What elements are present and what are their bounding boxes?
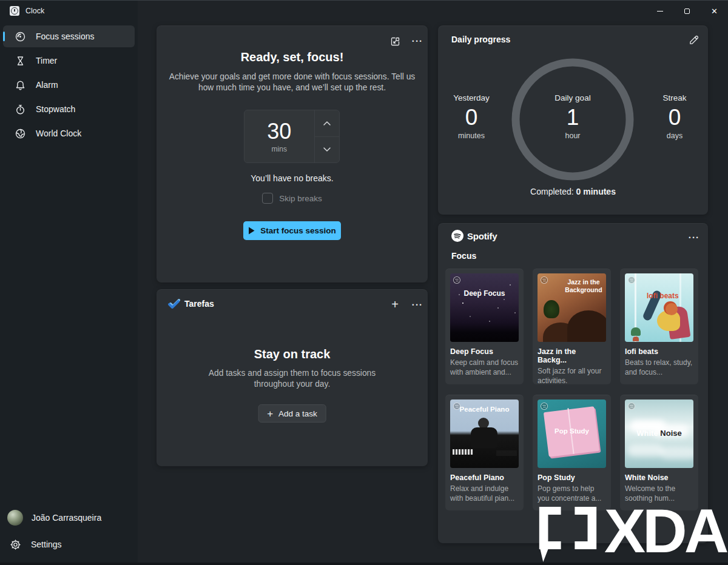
daily-progress-title: Daily progress bbox=[451, 35, 510, 44]
stat-value: 0 bbox=[438, 105, 505, 130]
completed-label: Completed: bbox=[530, 187, 574, 196]
playlist-tile-lofi-beats[interactable]: lofi beats lofi beats Beats to relax, st… bbox=[620, 269, 698, 384]
sidebar-bottom: João Carrasqueira Settings bbox=[3, 506, 135, 565]
completed-summary: Completed: 0 minutes bbox=[438, 187, 708, 196]
stat-label: Daily goal bbox=[536, 93, 609, 102]
alarm-bell-icon bbox=[15, 79, 26, 91]
settings-label: Settings bbox=[31, 540, 62, 549]
spotify-badge-icon bbox=[628, 403, 635, 410]
start-focus-session-button[interactable]: Start focus session bbox=[243, 221, 341, 240]
maximize-icon bbox=[684, 8, 690, 14]
playlist-tile-jazz[interactable]: Jazz in the Background Jazz in the Backg… bbox=[533, 269, 611, 384]
more-options-icon: ••• bbox=[410, 38, 423, 44]
playlist-title: lofi beats bbox=[625, 347, 693, 356]
stat-yesterday: Yesterday 0 minutes bbox=[438, 93, 505, 140]
edit-goal-button[interactable] bbox=[686, 33, 701, 47]
sidebar-item-world-clock[interactable]: World Clock bbox=[3, 122, 135, 144]
add-a-task-label: Add a task bbox=[278, 409, 317, 418]
spotify-logo-icon bbox=[451, 230, 463, 242]
playlist-artwork: Pop Study bbox=[538, 400, 606, 468]
focus-sessions-icon bbox=[15, 31, 26, 42]
gear-icon bbox=[10, 539, 21, 550]
artwork-text-black: Noise bbox=[660, 429, 681, 438]
playlist-title: Deep Focus bbox=[450, 347, 519, 356]
start-focus-session-label: Start focus session bbox=[260, 226, 336, 235]
sidebar-item-focus-sessions[interactable]: Focus sessions bbox=[3, 25, 135, 47]
playlist-artwork: Peaceful Piano bbox=[450, 400, 519, 468]
focus-more-options-button[interactable]: ••• bbox=[410, 34, 424, 48]
playlist-title: Jazz in the Backg... bbox=[538, 347, 606, 364]
stepper-buttons bbox=[314, 110, 339, 162]
playlist-tile-deep-focus[interactable]: Deep Focus Deep Focus Keep calm and focu… bbox=[445, 269, 524, 384]
daily-progress-card: Daily progress Yesterday 0 minutes Daily… bbox=[438, 25, 708, 215]
decrease-duration-button[interactable] bbox=[315, 136, 339, 163]
playlist-title: White Noise bbox=[625, 473, 693, 482]
stat-streak: Streak 0 days bbox=[638, 93, 711, 140]
window-controls: ✕ bbox=[646, 0, 728, 22]
stat-value: 1 bbox=[536, 105, 609, 130]
spotify-badge-icon bbox=[541, 403, 548, 410]
playlist-artwork: White Noise bbox=[625, 400, 693, 468]
playlist-description: Keep calm and focus with ambient and... bbox=[450, 358, 519, 377]
duration-stepper: 30 mins bbox=[244, 110, 340, 163]
skip-breaks-checkbox[interactable] bbox=[262, 193, 273, 204]
spotify-card: Spotify ••• Focus Deep Focus Deep Focus … bbox=[438, 223, 708, 543]
todo-check-icon bbox=[167, 298, 181, 312]
duration-display[interactable]: 30 mins bbox=[244, 110, 314, 162]
focus-session-card: ••• Ready, set, focus! Achieve your goal… bbox=[157, 25, 428, 282]
tasks-add-button[interactable]: + bbox=[388, 297, 402, 312]
playlist-description: Beats to relax, study, and focus... bbox=[625, 358, 693, 377]
increase-duration-button[interactable] bbox=[315, 110, 339, 136]
maximize-button[interactable] bbox=[673, 0, 701, 22]
close-icon: ✕ bbox=[711, 7, 718, 15]
skip-breaks-label: Skip breaks bbox=[279, 194, 322, 203]
sidebar-item-stopwatch[interactable]: Stopwatch bbox=[3, 98, 135, 120]
minimize-button[interactable] bbox=[646, 0, 673, 22]
sidebar-item-label: World Clock bbox=[36, 129, 81, 138]
pencil-icon bbox=[689, 35, 699, 45]
completed-value: 0 minutes bbox=[576, 187, 616, 196]
plus-icon: + bbox=[267, 409, 273, 419]
playlist-tile-pop-study[interactable]: Pop Study Pop Study Pop gems to help you… bbox=[533, 395, 611, 510]
compact-overlay-icon bbox=[390, 36, 400, 47]
close-button[interactable]: ✕ bbox=[701, 0, 728, 22]
spotify-badge-icon bbox=[453, 403, 460, 410]
playlist-tile-white-noise[interactable]: White Noise White Noise Welcome to the s… bbox=[620, 395, 698, 510]
user-account-item[interactable]: João Carrasqueira bbox=[3, 506, 135, 530]
stat-unit: days bbox=[638, 132, 711, 140]
plus-icon: + bbox=[391, 298, 399, 310]
play-icon bbox=[248, 227, 255, 235]
spotify-badge-icon bbox=[453, 276, 460, 284]
xda-brackets-logo bbox=[534, 507, 602, 565]
playlist-description: Relax and indulge with beautiful pian... bbox=[450, 484, 519, 503]
sidebar-item-timer[interactable]: Timer bbox=[3, 50, 135, 72]
more-options-icon: ••• bbox=[687, 235, 699, 241]
timer-icon bbox=[15, 55, 26, 67]
add-a-task-button[interactable]: + Add a task bbox=[258, 404, 326, 423]
spotify-more-options-button[interactable]: ••• bbox=[686, 230, 701, 245]
skip-breaks-row: Skip breaks bbox=[157, 193, 428, 204]
stopwatch-icon bbox=[15, 104, 26, 115]
focus-card-subtitle: Achieve your goals and get more done wit… bbox=[164, 72, 421, 93]
user-name: João Carrasqueira bbox=[32, 513, 101, 523]
artwork-text: lofi beats bbox=[647, 292, 679, 300]
playlist-artwork: Jazz in the Background bbox=[538, 273, 606, 342]
compact-overlay-button[interactable] bbox=[388, 34, 402, 48]
playlist-tile-peaceful-piano[interactable]: Peaceful Piano Peaceful Piano Relax and … bbox=[445, 395, 524, 510]
sidebar-item-label: Alarm bbox=[36, 80, 58, 90]
sidebar-item-settings[interactable]: Settings bbox=[3, 532, 135, 557]
xda-watermark-text: XDA bbox=[604, 507, 726, 555]
sidebar: Clock Focus sessions Timer Alarm Stopwat… bbox=[0, 0, 138, 565]
stat-daily-goal: Daily goal 1 hour bbox=[536, 93, 609, 140]
tasks-more-options-button[interactable]: ••• bbox=[410, 298, 424, 312]
tasks-subtitle: Add tasks and assign them to focus sessi… bbox=[197, 368, 388, 390]
tasks-brand: Tarefas bbox=[184, 299, 214, 309]
artwork-text-white: White bbox=[636, 429, 658, 438]
playlist-title: Pop Study bbox=[538, 473, 606, 482]
stat-label: Streak bbox=[638, 93, 711, 102]
playlist-description: Soft jazz for all your activities. bbox=[538, 366, 606, 386]
sidebar-item-alarm[interactable]: Alarm bbox=[3, 74, 135, 96]
duration-value: 30 bbox=[267, 119, 291, 144]
sidebar-nav: Focus sessions Timer Alarm Stopwatch Wor… bbox=[3, 25, 135, 147]
playlist-artwork: lofi beats bbox=[625, 273, 693, 342]
